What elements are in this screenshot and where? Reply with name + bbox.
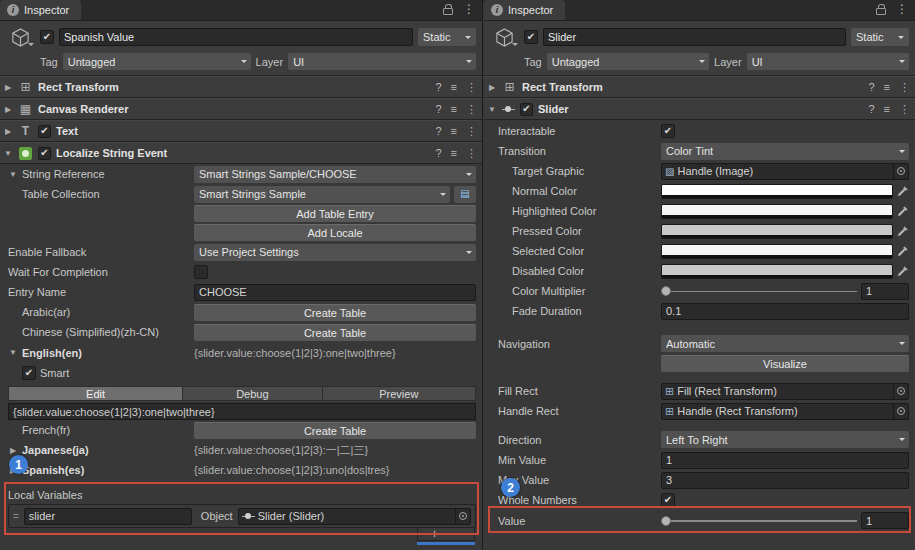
foldout-icon[interactable]: ▶ bbox=[8, 446, 18, 455]
direction-dropdown[interactable]: Left To Right bbox=[661, 431, 909, 448]
tab-edit[interactable]: Edit bbox=[9, 387, 183, 400]
eyedropper-icon[interactable] bbox=[897, 265, 909, 277]
active-checkbox[interactable]: ✔ bbox=[524, 30, 538, 44]
normal-color-swatch[interactable] bbox=[661, 184, 893, 199]
tab-preview[interactable]: Preview bbox=[323, 387, 475, 400]
help-icon[interactable]: ? bbox=[868, 82, 874, 93]
component-enabled-checkbox[interactable]: ✔ bbox=[38, 125, 51, 138]
transition-dropdown[interactable]: Color Tint bbox=[661, 143, 909, 160]
table-collection-dropdown[interactable]: Smart Strings Sample bbox=[194, 186, 450, 203]
color-multiplier-slider[interactable] bbox=[661, 283, 857, 300]
selected-color-swatch[interactable] bbox=[661, 244, 893, 259]
navigation-dropdown[interactable]: Automatic bbox=[661, 335, 909, 352]
variable-object-field[interactable]: Slider (Slider) bbox=[238, 508, 471, 525]
layer-dropdown[interactable]: UI bbox=[288, 53, 476, 70]
open-table-editor-button[interactable]: ▤ bbox=[454, 186, 476, 203]
preset-icon[interactable]: ≡ bbox=[451, 104, 457, 115]
max-value-field[interactable]: 3 bbox=[661, 472, 909, 489]
color-multiplier-field[interactable]: 1 bbox=[861, 283, 909, 300]
smart-string-textarea[interactable]: {slider.value:choose(1|2|3):one|two|thre… bbox=[8, 403, 476, 420]
tab-debug[interactable]: Debug bbox=[183, 387, 323, 400]
pressed-color-swatch[interactable] bbox=[661, 224, 893, 239]
fill-rect-field[interactable]: ⊞ Fill (Rect Transform) bbox=[661, 383, 909, 400]
gameobject-name-field[interactable]: Spanish Value bbox=[59, 28, 413, 46]
layer-dropdown[interactable]: UI bbox=[747, 53, 909, 70]
add-table-entry-button[interactable]: Add Table Entry bbox=[194, 205, 476, 222]
preset-icon[interactable]: ≡ bbox=[884, 82, 890, 93]
component-enabled-checkbox[interactable]: ✔ bbox=[38, 147, 51, 160]
whole-numbers-checkbox[interactable]: ✔ bbox=[661, 493, 675, 507]
static-dropdown[interactable]: Static bbox=[418, 28, 476, 46]
foldout-icon[interactable]: ▶ bbox=[3, 127, 13, 136]
foldout-icon[interactable]: ▶ bbox=[3, 83, 13, 92]
eyedropper-icon[interactable] bbox=[897, 245, 909, 257]
interactable-checkbox[interactable]: ✔ bbox=[661, 124, 675, 138]
gameobject-icon[interactable] bbox=[5, 25, 35, 49]
min-value-field[interactable]: 1 bbox=[661, 452, 909, 469]
help-icon[interactable]: ? bbox=[435, 82, 441, 93]
target-graphic-field[interactable]: ▨ Handle (Image) bbox=[661, 163, 909, 180]
help-icon[interactable]: ? bbox=[435, 104, 441, 115]
object-picker-icon[interactable] bbox=[893, 404, 908, 419]
smart-checkbox[interactable]: ✔ bbox=[22, 366, 36, 380]
eyedropper-icon[interactable] bbox=[897, 185, 909, 197]
drag-handle-icon[interactable]: = bbox=[13, 511, 19, 522]
foldout-icon[interactable]: ▶ bbox=[487, 83, 497, 92]
lock-icon[interactable] bbox=[876, 8, 886, 15]
enable-fallback-dropdown[interactable]: Use Project Settings bbox=[194, 244, 476, 261]
slider-thumb[interactable] bbox=[661, 286, 671, 296]
kebab-menu-icon[interactable]: ⋮ bbox=[899, 82, 910, 93]
tag-dropdown[interactable]: Untagged bbox=[63, 53, 251, 70]
help-icon[interactable]: ? bbox=[435, 148, 441, 159]
tag-dropdown[interactable]: Untagged bbox=[547, 53, 709, 70]
disabled-color-swatch[interactable] bbox=[661, 264, 893, 279]
eyedropper-icon[interactable] bbox=[897, 205, 909, 217]
slider-thumb[interactable] bbox=[661, 516, 671, 526]
component-enabled-checkbox[interactable]: ✔ bbox=[520, 103, 533, 116]
component-header-text[interactable]: ▶ T ✔ Text ? ≡ ⋮ bbox=[0, 120, 482, 142]
foldout-icon[interactable]: ▶ bbox=[3, 105, 13, 114]
active-checkbox[interactable]: ✔ bbox=[40, 30, 54, 44]
highlighted-color-swatch[interactable] bbox=[661, 204, 893, 219]
kebab-menu-icon[interactable]: ⋮ bbox=[463, 3, 475, 15]
kebab-menu-icon[interactable]: ⋮ bbox=[899, 104, 910, 115]
handle-rect-field[interactable]: ⊞ Handle (Rect Transform) bbox=[661, 403, 909, 420]
static-dropdown[interactable]: Static bbox=[851, 28, 909, 46]
component-header-localize-string-event[interactable]: ▼ ✔ Localize String Event ? ≡ ⋮ bbox=[0, 142, 482, 164]
entry-name-field[interactable]: CHOOSE bbox=[194, 284, 476, 301]
kebab-menu-icon[interactable]: ⋮ bbox=[466, 126, 477, 137]
component-header-slider[interactable]: ▼ ✔ Slider ? ≡ ⋮ bbox=[484, 98, 915, 120]
visualize-button[interactable]: Visualize bbox=[661, 355, 909, 372]
kebab-menu-icon[interactable]: ⋮ bbox=[466, 104, 477, 115]
lock-icon[interactable] bbox=[443, 8, 453, 15]
string-reference-dropdown[interactable]: Smart Strings Sample/CHOOSE bbox=[194, 166, 476, 183]
foldout-icon[interactable]: ▼ bbox=[8, 348, 18, 357]
preset-icon[interactable]: ≡ bbox=[451, 126, 457, 137]
help-icon[interactable]: ? bbox=[435, 126, 441, 137]
foldout-icon[interactable]: ▼ bbox=[487, 105, 497, 114]
component-header-rect-transform[interactable]: ▶ ⊞ Rect Transform ? ≡ ⋮ bbox=[0, 76, 482, 98]
component-header-rect-transform[interactable]: ▶ ⊞ Rect Transform ? ≡ ⋮ bbox=[484, 76, 915, 98]
gameobject-name-field[interactable]: Slider bbox=[543, 28, 846, 46]
help-icon[interactable]: ? bbox=[868, 104, 874, 115]
object-picker-icon[interactable] bbox=[455, 509, 470, 524]
add-locale-button[interactable]: Add Locale bbox=[194, 224, 476, 241]
foldout-icon[interactable]: ▼ bbox=[8, 170, 18, 179]
variable-name-field[interactable]: slider bbox=[24, 508, 192, 525]
preset-icon[interactable]: ≡ bbox=[884, 104, 890, 115]
kebab-menu-icon[interactable]: ⋮ bbox=[466, 148, 477, 159]
tab-inspector[interactable]: i Inspector bbox=[484, 0, 565, 20]
object-picker-icon[interactable] bbox=[893, 164, 908, 179]
eyedropper-icon[interactable] bbox=[897, 225, 909, 237]
component-header-canvas-renderer[interactable]: ▶ ▦ Canvas Renderer ? ≡ ⋮ bbox=[0, 98, 482, 120]
foldout-icon[interactable]: ▼ bbox=[3, 149, 13, 158]
preset-icon[interactable]: ≡ bbox=[451, 82, 457, 93]
value-slider[interactable] bbox=[661, 512, 857, 529]
kebab-menu-icon[interactable]: ⋮ bbox=[466, 82, 477, 93]
remove-variable-button[interactable]: − bbox=[454, 528, 461, 540]
tab-inspector[interactable]: i Inspector bbox=[0, 0, 81, 20]
create-table-button[interactable]: Create Table bbox=[194, 324, 476, 341]
create-table-button[interactable]: Create Table bbox=[194, 422, 476, 439]
kebab-menu-icon[interactable]: ⋮ bbox=[896, 3, 908, 15]
object-picker-icon[interactable] bbox=[893, 384, 908, 399]
